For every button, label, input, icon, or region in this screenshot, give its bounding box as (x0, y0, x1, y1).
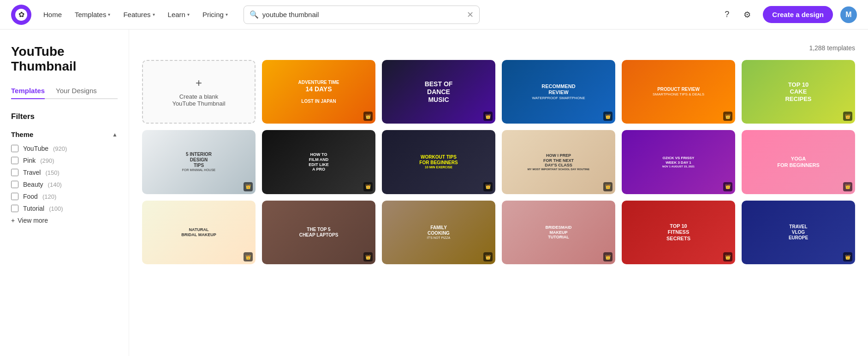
navbar: ✿ Home Templates ▾ Features ▾ Learn ▾ Pr… (0, 0, 868, 30)
sidebar: YouTube Thumbnail Templates Your Designs… (0, 30, 129, 356)
use-template-btn[interactable]: Use template (535, 156, 583, 168)
use-template-btn[interactable]: Use template (415, 86, 463, 98)
filter-checkbox-pink[interactable] (11, 157, 18, 164)
nav-home[interactable]: Home (39, 7, 66, 22)
page-title: YouTube Thumbnail (11, 44, 118, 74)
results-count: 1,288 templates (142, 44, 855, 52)
use-template-btn[interactable]: Use template (175, 156, 223, 168)
theme-filter-section: Theme ▲ YouTube (920) Pink (290) Travel (11, 131, 118, 224)
template-card-cake[interactable]: TOP 10CAKERECIPES 👑 Use template (742, 60, 855, 124)
template-card-film[interactable]: HOW TOFILM ANDEDIT LIKEA PRO 👑 Use templ… (262, 130, 375, 194)
template-card-travel[interactable]: TravelVlogEurope 👑 Use template (742, 201, 855, 264)
use-template-btn[interactable]: Use template (655, 86, 702, 98)
template-card-adventure[interactable]: ADVENTURE TIME14 DAYSLOST IN JAPAN 👑 Use… (262, 60, 375, 124)
template-card-bridal[interactable]: NATURALBRIDAL MAKEUP 👑 Use template (142, 201, 256, 264)
use-template-btn[interactable]: Use template (415, 156, 463, 168)
use-template-btn[interactable]: Use template (655, 156, 702, 168)
tab-your-designs[interactable]: Your Designs (56, 83, 97, 99)
use-template-btn[interactable]: Use template (535, 86, 583, 98)
nav-pricing[interactable]: Pricing ▾ (198, 7, 232, 22)
filter-item-travel[interactable]: Travel (150) (11, 169, 118, 176)
filter-checkbox-beauty[interactable] (11, 181, 18, 188)
tab-templates[interactable]: Templates (11, 83, 45, 99)
canva-logo[interactable]: ✿ (11, 5, 31, 25)
template-card-boxing[interactable]: OZICK vs FRISSYWEEK 3 DAY 1NOV 1 AUGUST … (622, 130, 735, 194)
filter-checkbox-food[interactable] (11, 193, 18, 200)
use-template-btn[interactable]: Use template (295, 156, 343, 168)
filter-item-food[interactable]: Food (120) (11, 193, 118, 200)
create-blank-plus-icon: + (196, 77, 202, 89)
filter-checkbox-tutorial[interactable] (11, 205, 18, 212)
features-chevron-icon: ▾ (153, 12, 155, 17)
template-card-interior[interactable]: 5 INTERIORDESIGNTIPSfor Minimal House 👑 … (142, 130, 256, 194)
template-card-fitness[interactable]: TOP 10FITNESSSECRETS 👑 Use template (622, 201, 735, 264)
use-template-btn[interactable]: Use template (775, 156, 822, 168)
use-template-btn[interactable]: Use template (655, 226, 702, 238)
template-card-recommend[interactable]: RECOMMENDREVIEWWaterproof Smartphone 👑 U… (502, 60, 615, 124)
settings-button[interactable]: ⚙ (739, 6, 755, 23)
learn-chevron-icon: ▾ (187, 12, 190, 17)
filter-item-pink[interactable]: Pink (290) (11, 157, 118, 164)
search-bar: 🔍 ✕ (244, 6, 480, 24)
use-template-btn[interactable]: Use template (535, 226, 583, 238)
create-blank-text: Create a blank YouTube Thumbnail (172, 93, 225, 107)
theme-collapse-icon: ▲ (112, 131, 118, 138)
plus-icon: + (11, 217, 15, 224)
help-icon: ? (725, 10, 729, 19)
template-card-dance[interactable]: BEST OFDANCEMUSIC 👑 Use template (382, 60, 495, 124)
use-template-btn[interactable]: Use template (775, 86, 822, 98)
filter-item-youtube[interactable]: YouTube (920) (11, 145, 118, 152)
search-icon: 🔍 (250, 10, 259, 19)
settings-icon: ⚙ (743, 10, 751, 20)
filters-label: Filters (11, 112, 118, 121)
template-card-bridesmaid[interactable]: BridesmaidMakeupTutorial 👑 Use template (502, 201, 615, 264)
template-card-workout[interactable]: WORKOUT TIPSFOR BEGINNERS10 MIN EXERCISE… (382, 130, 495, 194)
create-blank-card[interactable]: + Create a blank YouTube Thumbnail (142, 60, 256, 124)
templates-chevron-icon: ▾ (108, 12, 110, 17)
templates-grid: + Create a blank YouTube Thumbnail ADVEN… (142, 60, 855, 264)
page-body: YouTube Thumbnail Templates Your Designs… (0, 30, 868, 356)
use-template-btn[interactable]: Use template (295, 86, 343, 98)
create-design-button[interactable]: Create a design (763, 6, 833, 23)
nav-features[interactable]: Features ▾ (119, 7, 159, 22)
filter-checkbox-travel[interactable] (11, 169, 18, 176)
template-card-cooking[interactable]: FAMILYCOOKINGIt's not pizza 👑 Use templa… (382, 201, 495, 264)
search-clear-icon[interactable]: ✕ (467, 10, 474, 20)
filter-item-beauty[interactable]: Beauty (140) (11, 181, 118, 188)
use-template-btn[interactable]: Use template (295, 226, 343, 238)
filter-checkbox-youtube[interactable] (11, 145, 18, 152)
tab-bar: Templates Your Designs (11, 83, 118, 99)
use-template-btn[interactable]: Use template (775, 226, 822, 238)
theme-filter-title: Theme (11, 131, 33, 138)
help-button[interactable]: ? (719, 6, 735, 23)
template-card-laptops[interactable]: THE TOP 5CHEAP LAPTOPS 👑 Use template (262, 201, 375, 264)
use-template-btn[interactable]: Use template (175, 226, 223, 238)
view-more-button[interactable]: + View more (11, 217, 118, 224)
logo-icon: ✿ (18, 10, 24, 19)
main-content: 1,288 templates + Create a blank YouTube… (129, 30, 868, 356)
search-input[interactable] (262, 11, 463, 18)
nav-templates[interactable]: Templates ▾ (70, 7, 115, 22)
theme-filter-header[interactable]: Theme ▲ (11, 131, 118, 138)
pricing-chevron-icon: ▾ (226, 12, 228, 17)
filter-item-tutorial[interactable]: Tutorial (100) (11, 205, 118, 212)
theme-filter-items: YouTube (920) Pink (290) Travel (150) Be… (11, 145, 118, 212)
use-template-btn[interactable]: Use template (415, 226, 463, 238)
template-card-product[interactable]: PRODUCT REVIEWSmartphone Tips & Deals 👑 … (622, 60, 735, 124)
avatar[interactable]: M (840, 6, 857, 23)
template-card-howprep[interactable]: How I Prepfor the NextDay's ClassMy most… (502, 130, 615, 194)
nav-learn[interactable]: Learn ▾ (163, 7, 194, 22)
template-card-yoga[interactable]: YOGAFOR BEGINNERS 👑 Use template (742, 130, 855, 194)
